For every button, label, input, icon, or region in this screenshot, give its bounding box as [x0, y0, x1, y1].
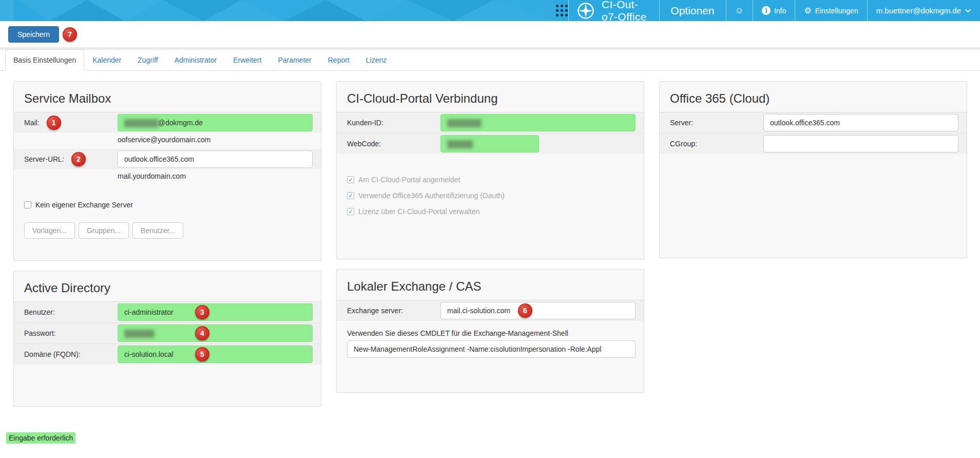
field-row-passwort: Passwort: ███████ 4 — [14, 322, 321, 344]
checkbox-box: ✓ — [347, 192, 354, 199]
settings-label: Einstellungen — [815, 7, 858, 15]
info-button[interactable]: i Info — [753, 0, 795, 21]
benutzer-input[interactable]: ci-administrator 3 — [118, 303, 313, 321]
domaene-value: ci-solution.local — [124, 350, 174, 358]
page-title: Optionen — [659, 0, 725, 21]
toolbar: Speichern 7 — [0, 21, 980, 47]
tab-basis-einstellungen[interactable]: Basis Einstellungen — [5, 49, 84, 71]
cloud-portal-checkboxes: ✓ Am CI-Cloud-Portal angemeldet ✓ Verwen… — [337, 176, 644, 230]
redacted-passwort: ███████ — [124, 330, 153, 337]
checkbox-box: ✓ — [347, 208, 354, 215]
exchange-server-input[interactable]: mail.ci-solution.com 6 — [440, 302, 636, 319]
checkbox-portal-angemeldet[interactable]: ✓ Am CI-Cloud-Portal angemeldet — [337, 176, 644, 184]
column-middle: CI-Cloud-Portal Verbindung Kunden-ID: ██… — [336, 81, 644, 393]
field-row-webcode: WebCode: ██████ — [337, 133, 644, 154]
server-url-hint: mail.yourdomain.com — [14, 169, 321, 185]
user-menu-button[interactable]: m.buettner@dokmgm.de — [868, 0, 980, 21]
mail-hint: oofservice@yourdomain.com — [14, 133, 321, 149]
gear-icon: ⚙ — [804, 7, 811, 15]
field-row-exchange-server: Exchange server: mail.ci-solution.com 6 — [337, 300, 644, 321]
info-icon: i — [762, 6, 771, 15]
settings-button[interactable]: ⚙ Einstellungen — [795, 0, 867, 21]
field-row-benutzer: Benutzer: ci-administrator 3 — [14, 302, 321, 322]
mail-input[interactable]: ████████ @dokmgm.de — [118, 114, 313, 131]
o365-server-value: outlook.office365.com — [770, 119, 840, 127]
checkbox-office365-oauth[interactable]: ✓ Verwende Office365 Authentifizierung (… — [337, 192, 644, 200]
panel-title-office365: Office 365 (Cloud) — [660, 82, 967, 112]
field-row-mail: Mail: 1 ████████ @dokmgm.de — [14, 112, 321, 133]
passwort-input[interactable]: ███████ 4 — [118, 325, 313, 342]
checkbox-box: ✓ — [347, 176, 354, 183]
tab-zugriff[interactable]: Zugriff — [129, 49, 166, 71]
field-row-o365-server: Server: outlook.office365.com — [660, 112, 967, 133]
redacted-mail-user: ████████ — [124, 119, 158, 127]
redacted-kunden-id: ████████ — [447, 119, 481, 127]
checkbox-box — [24, 201, 31, 208]
tab-report[interactable]: Report — [320, 49, 358, 71]
redacted-webcode: ██████ — [447, 140, 472, 148]
server-url-input[interactable]: outlook.office365.com — [118, 150, 313, 168]
tab-administrator[interactable]: Administrator — [166, 49, 225, 71]
mail-label: Mail: 1 — [24, 116, 118, 130]
panel-title-active-directory: Active Directory — [14, 271, 321, 301]
content: Service Mailbox Mail: 1 ████████ @dokmgm… — [0, 71, 980, 407]
cgroup-label: CGroup: — [670, 140, 763, 148]
tab-lizenz[interactable]: Lizenz — [358, 49, 395, 71]
info-label: Info — [774, 7, 786, 15]
checkbox-lizenz-portal[interactable]: ✓ Lizenz über CI-Cloud-Portal verwalten — [337, 207, 644, 216]
field-row-domaene: Domäne (FQDN): ci-solution.local 5 — [14, 344, 321, 365]
exchange-server-value: mail.ci-solution.com — [447, 307, 510, 315]
domaene-input[interactable]: ci-solution.local 5 — [118, 346, 313, 363]
o365-server-input[interactable]: outlook.office365.com — [763, 114, 958, 131]
feedback-button[interactable]: ☺ — [726, 0, 753, 21]
service-mailbox-buttons: Vorlagen... Gruppen... Benutzer... — [14, 222, 321, 239]
cmdlet-hint: Verwenden Sie dieses CMDLET für die Exch… — [337, 321, 644, 340]
checkbox-kein-eigener-exchange-server[interactable]: Kein eigener Exchange Server — [14, 201, 321, 209]
benutzer-value: ci-administrator — [124, 308, 174, 316]
panel-service-mailbox: Service Mailbox Mail: 1 ████████ @dokmgm… — [13, 81, 321, 261]
server-url-label: Server-URL: 2 — [24, 152, 118, 166]
field-row-cgroup: CGroup: — [660, 133, 967, 154]
tab-erweitert[interactable]: Erweitert — [225, 49, 270, 71]
panel-title-service-mailbox: Service Mailbox — [14, 82, 321, 112]
panel-title-cloud-portal: CI-Cloud-Portal Verbindung — [337, 82, 644, 112]
cmdlet-row: New-ManagementRoleAssignment -Name:cisol… — [337, 340, 644, 358]
required-input-legend: Eingabe erforderlich — [6, 432, 75, 444]
vorlagen-button[interactable]: Vorlagen... — [24, 222, 75, 239]
panel-active-directory: Active Directory Benutzer: ci-administra… — [13, 271, 321, 407]
annotation-badge-3: 3 — [195, 305, 209, 319]
header-actions: ☺ i Info ⚙ Einstellungen m.buettner@dokm… — [726, 0, 980, 21]
cmdlet-input[interactable]: New-ManagementRoleAssignment -Name:cisol… — [347, 340, 636, 358]
tab-kalender[interactable]: Kalender — [84, 49, 129, 71]
app-launcher-button[interactable] — [555, 0, 569, 21]
column-left: Service Mailbox Mail: 1 ████████ @dokmgm… — [13, 81, 321, 407]
webcode-label: WebCode: — [347, 140, 440, 148]
panel-cloud-portal: CI-Cloud-Portal Verbindung Kunden-ID: ██… — [336, 81, 644, 259]
checkbox-label: Kein eigener Exchange Server — [35, 201, 133, 209]
panel-office365: Office 365 (Cloud) Server: outlook.offic… — [659, 81, 967, 258]
user-email: m.buettner@dokmgm.de — [876, 6, 961, 15]
tab-bar: Basis Einstellungen Kalender Zugriff Adm… — [0, 50, 980, 71]
chevron-down-icon — [965, 9, 971, 13]
save-button[interactable]: Speichern — [8, 26, 59, 43]
gruppen-button[interactable]: Gruppen... — [79, 222, 129, 239]
panel-title-local-exchange: Lokaler Exchange / CAS — [337, 270, 644, 300]
app-logo — [569, 0, 602, 21]
webcode-input[interactable]: ██████ — [440, 135, 539, 152]
kunden-id-input[interactable]: ████████ — [440, 114, 636, 131]
passwort-label: Passwort: — [24, 329, 118, 337]
mail-domain-text: @dokmgm.de — [158, 119, 203, 127]
checkbox-label: Lizenz über CI-Cloud-Portal verwalten — [358, 207, 480, 216]
server-url-value: outlook.office365.com — [124, 155, 194, 163]
app-title: CI-Out-o7-Office — [602, 0, 659, 21]
tab-parameter[interactable]: Parameter — [270, 49, 319, 71]
benutzer-label: Benutzer: — [24, 308, 118, 316]
annotation-badge-4: 4 — [195, 326, 209, 340]
compass-star-icon — [577, 2, 594, 20]
kunden-id-label: Kunden-ID: — [347, 119, 440, 127]
annotation-badge-7: 7 — [63, 27, 77, 42]
annotation-badge-5: 5 — [195, 347, 209, 361]
cgroup-input[interactable] — [763, 135, 958, 152]
cmdlet-value: New-ManagementRoleAssignment -Name:cisol… — [354, 345, 601, 353]
benutzer-button[interactable]: Benutzer... — [132, 222, 183, 239]
